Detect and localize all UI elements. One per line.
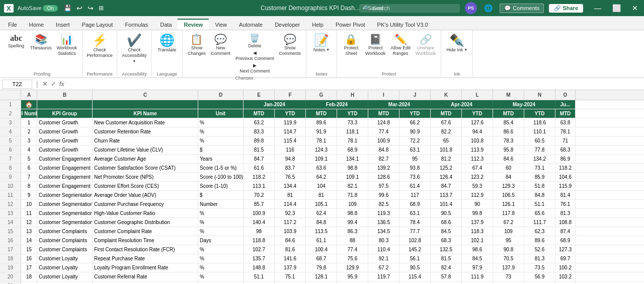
- cell-14-6[interactable]: 84.8: [306, 218, 337, 227]
- cell-5-12[interactable]: 78.3: [493, 136, 524, 145]
- cell-n21[interactable]: [524, 281, 555, 284]
- cell-14-1[interactable]: Customer Segmentation: [37, 218, 93, 227]
- cell-19-13[interactable]: 73.5: [524, 263, 555, 272]
- cell-g21[interactable]: [306, 281, 337, 284]
- cell-k21[interactable]: [431, 281, 462, 284]
- cell-11-1[interactable]: Customer Segmentation: [37, 191, 93, 199]
- cell-13-2[interactable]: High-Value Customer Ratio: [93, 209, 198, 218]
- insert-function-icon[interactable]: fx: [59, 80, 64, 88]
- cell-d1[interactable]: [198, 100, 244, 109]
- cell-15-2[interactable]: Customer Complaint Rate: [93, 227, 198, 236]
- cell-13-5[interactable]: 92.3: [275, 209, 306, 218]
- cell-8-5[interactable]: 83.7: [275, 164, 306, 172]
- cell-14-14[interactable]: 108.8: [555, 218, 576, 227]
- next-comment-button[interactable]: ▶ Next Comment: [233, 62, 276, 75]
- cell-13-8[interactable]: 119.3: [368, 209, 399, 218]
- cell-12-8[interactable]: 82.5: [368, 200, 399, 208]
- cell-18-6[interactable]: 68.7: [306, 254, 337, 263]
- translate-button[interactable]: 🌐 Translate: [155, 32, 179, 54]
- cell-14-9[interactable]: 78.4: [399, 218, 431, 227]
- cell-8-7[interactable]: 98.8: [337, 164, 368, 172]
- cell-4-7[interactable]: 118.1: [337, 127, 368, 136]
- cell-3-8[interactable]: 124.8: [368, 118, 399, 127]
- cell-8-13[interactable]: 73.1: [524, 164, 555, 172]
- cell-14-4[interactable]: 140.4: [244, 218, 275, 227]
- cell-11-3[interactable]: $: [198, 191, 244, 199]
- cell-4-0[interactable]: 2: [21, 127, 37, 136]
- cell-13-1[interactable]: Customer Segmentation: [37, 209, 93, 218]
- cell-9-12[interactable]: 84: [493, 173, 524, 181]
- cell-13-4[interactable]: 100.9: [244, 209, 275, 218]
- cell-12-6[interactable]: 105.1: [306, 200, 337, 208]
- cell-17-3[interactable]: %: [198, 245, 244, 254]
- cell-j21[interactable]: [399, 281, 431, 284]
- cell-18-14[interactable]: 69.7: [555, 254, 576, 263]
- cell-6-7[interactable]: 68.9: [337, 146, 368, 154]
- cell-12-5[interactable]: 114.4: [275, 200, 306, 208]
- cell-12-10[interactable]: 101.4: [431, 200, 462, 208]
- cell-5-8[interactable]: 100.9: [368, 136, 399, 145]
- cell-o21[interactable]: [555, 281, 576, 284]
- globe-button[interactable]: 🌐: [482, 3, 495, 13]
- cell-12-2[interactable]: Customer Purchase Frequency: [93, 200, 198, 208]
- col-header-j[interactable]: J: [399, 90, 431, 100]
- cell-5-9[interactable]: 72.2: [399, 136, 431, 145]
- show-changes-button[interactable]: 📋 Show Changes: [186, 32, 208, 57]
- cell-10-4[interactable]: 113.1: [244, 182, 275, 190]
- cell-17-9[interactable]: 145.2: [399, 245, 431, 254]
- cell-8-3[interactable]: Score (1-5 or %): [198, 164, 244, 172]
- cell-14-8[interactable]: 136.5: [368, 218, 399, 227]
- cell-20-10[interactable]: 57.8: [431, 272, 462, 281]
- cell-19-12[interactable]: 137.9: [493, 263, 524, 272]
- cell-19-9[interactable]: 90.5: [399, 263, 431, 272]
- cell-6-3[interactable]: $: [198, 146, 244, 154]
- cell-17-8[interactable]: 110.4: [368, 245, 399, 254]
- cell-m21[interactable]: [493, 281, 524, 284]
- cell-11-7[interactable]: 71.8: [337, 191, 368, 199]
- col-header-c[interactable]: C: [93, 90, 198, 100]
- cell-13-3[interactable]: %: [198, 209, 244, 218]
- cell-20-7[interactable]: 95.9: [337, 272, 368, 281]
- cell-6-10[interactable]: 101.8: [431, 146, 462, 154]
- col-header-e[interactable]: E: [244, 90, 275, 100]
- cell-19-4[interactable]: 148.8: [244, 263, 275, 272]
- cell-8-12[interactable]: 60: [493, 164, 524, 172]
- cell-11-4[interactable]: 70.2: [244, 191, 275, 199]
- cell-14-7[interactable]: 99.4: [337, 218, 368, 227]
- tab-developer[interactable]: Developer: [269, 20, 306, 30]
- cell-3-7[interactable]: 73.3: [337, 118, 368, 127]
- cell-18-8[interactable]: 92.1: [368, 254, 399, 263]
- cell-9-11[interactable]: 123.2: [462, 173, 493, 181]
- cell-11-8[interactable]: 99.6: [368, 191, 399, 199]
- cell-19-10[interactable]: 82.4: [431, 263, 462, 272]
- cell-17-4[interactable]: 102.7: [244, 245, 275, 254]
- cell-18-2[interactable]: Repeat Purchase Rate: [93, 254, 198, 263]
- cell-i21[interactable]: [368, 281, 399, 284]
- cell-13-12[interactable]: 117.8: [493, 209, 524, 218]
- cell-10-9[interactable]: 61.4: [399, 182, 431, 190]
- cell-f21[interactable]: [275, 281, 306, 284]
- cell-9-1[interactable]: Customer Engagement: [37, 173, 93, 181]
- cell-12-13[interactable]: 51.1: [524, 200, 555, 208]
- cell-8-2[interactable]: Customer Satisfaction Score (CSAT): [93, 164, 198, 172]
- cell-13-14[interactable]: 81.3: [555, 209, 576, 218]
- cell-18-11[interactable]: 84.5: [462, 254, 493, 263]
- cell-10-11[interactable]: 59.3: [462, 182, 493, 190]
- tab-data[interactable]: Data: [154, 20, 178, 30]
- cell-3-10[interactable]: 67.6: [431, 118, 462, 127]
- cell-7-3[interactable]: Years: [198, 155, 244, 163]
- col-header-n[interactable]: N: [524, 90, 555, 100]
- cell-3-12[interactable]: 85.4: [493, 118, 524, 127]
- cell-5-7[interactable]: 78.1: [337, 136, 368, 145]
- cell-3-14[interactable]: 63.8: [555, 118, 576, 127]
- cell-h21[interactable]: [337, 281, 368, 284]
- maximize-button[interactable]: ⬜: [610, 3, 623, 13]
- tab-page-layout[interactable]: Page Layout: [76, 20, 119, 30]
- cell-16-10[interactable]: 68.3: [431, 236, 462, 245]
- cell-17-1[interactable]: Customer Complaints: [37, 245, 93, 254]
- cell-8-10[interactable]: 125.2: [431, 164, 462, 172]
- cell-b21[interactable]: [37, 281, 93, 284]
- cell-9-7[interactable]: 109.1: [337, 173, 368, 181]
- cell-5-2[interactable]: Churn Rate: [93, 136, 198, 145]
- cell-9-4[interactable]: 118.2: [244, 173, 275, 181]
